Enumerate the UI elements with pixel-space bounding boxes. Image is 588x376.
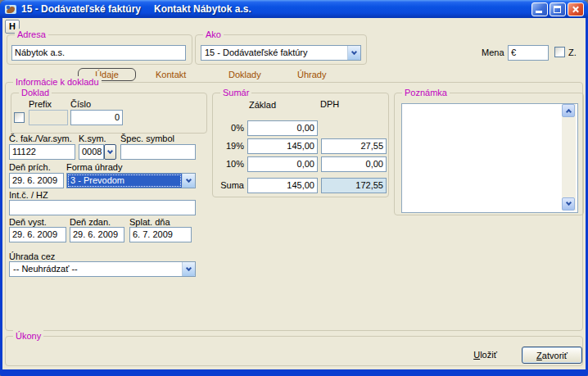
zatvorit-accel: Z [536, 351, 542, 360]
sumar-row-suma-label: Suma [213, 180, 244, 191]
cfak-input[interactable]: 11122 [9, 144, 75, 160]
den-zdan-input[interactable]: 29. 6. 2009 [70, 227, 124, 242]
den-vyst-input[interactable]: 29. 6. 2009 [9, 227, 66, 242]
ako-dropdown-button[interactable] [347, 46, 360, 60]
uhrada-cez-select[interactable]: -- Neuhrádzať -- [9, 261, 196, 277]
ako-select-value: 15 - Dodávateľské faktúry [201, 46, 347, 60]
ulozit-button[interactable]: Uložiť [463, 350, 508, 360]
chevron-down-icon [107, 147, 113, 153]
poznamka-group-label: Poznámka [402, 87, 450, 99]
uhrada-cez-dropdown-button[interactable] [182, 262, 195, 276]
chevron-down-icon [565, 200, 571, 206]
spec-symbol-label: Špec. symbol [120, 134, 174, 144]
info-group: Informácie k dokladu Doklad Prefix Číslo… [5, 82, 583, 331]
poznamka-textarea[interactable] [401, 103, 578, 213]
scroll-up-button[interactable] [562, 104, 575, 117]
uhrada-cez-value: -- Neuhrádzať -- [10, 262, 182, 276]
tab-kontakt[interactable]: Kontakt [156, 70, 186, 79]
client-area: H Adresa Nábytok a.s. Ako 15 - Dodávateľ… [2, 18, 586, 369]
mena-input[interactable]: € [508, 45, 549, 61]
ksym-label: K.sym. [79, 134, 106, 144]
ako-group: Ako 15 - Dodávateľské faktúry [195, 34, 367, 65]
close-button[interactable] [568, 2, 584, 16]
maximize-icon [554, 6, 561, 13]
sumar-row-10-label: 10% [213, 159, 244, 170]
sumar-row-0-label: 0% [213, 123, 244, 134]
ksym-input[interactable]: 0008 [79, 144, 104, 160]
forma-uhrady-label: Forma úhrady [66, 162, 122, 173]
ako-select[interactable]: 15 - Dodávateľské faktúry [201, 45, 361, 61]
close-icon [568, 3, 583, 16]
prefix-input[interactable] [29, 110, 68, 125]
app-window: 15 - Dodávateľské faktúryKontakt Nábytok… [0, 0, 588, 376]
ako-group-label: Ako [203, 29, 224, 41]
window-title-right: Kontakt Nábytok a.s. [154, 3, 251, 15]
den-prich-input[interactable]: 29. 6. 2009 [9, 173, 64, 188]
doklad-checkbox[interactable] [14, 112, 25, 123]
cislo-label: Číslo [70, 99, 91, 110]
tab-uhrady[interactable]: Úhrady [297, 70, 326, 79]
ulozit-rest: ložiť [480, 350, 497, 360]
doklad-group: Doklad Prefix Číslo 0 [11, 93, 207, 134]
chevron-down-icon [186, 265, 192, 270]
minimize-button[interactable] [531, 2, 548, 16]
forma-uhrady-dropdown-button[interactable] [182, 174, 195, 188]
window-title: 15 - Dodávateľské faktúryKontakt Nábytok… [21, 3, 251, 15]
minimize-icon [536, 11, 542, 13]
poznamka-group: Poznámka [394, 93, 584, 215]
app-icon [4, 2, 17, 16]
prefix-label: Prefix [29, 99, 52, 110]
sumar-row-19-label: 19% [213, 141, 244, 152]
mena-z-checkbox[interactable] [554, 47, 565, 57]
titlebar[interactable]: 15 - Dodávateľské faktúryKontakt Nábytok… [0, 0, 588, 18]
sumar-group: Sumár Základ DPH 0% 0,00 19% 145,00 27,5… [212, 93, 389, 197]
zatvorit-button[interactable]: Zatvoriť [522, 347, 582, 364]
window-title-left: 15 - Dodávateľské faktúry [21, 3, 141, 15]
doklad-group-label: Doklad [19, 87, 52, 99]
forma-uhrady-value: 3 - Prevodom [67, 174, 182, 188]
sumar-col-dph: DPH [320, 99, 339, 110]
intc-input[interactable] [9, 200, 196, 215]
sumar-19-dph-input[interactable]: 27,55 [321, 138, 387, 154]
spec-symbol-input[interactable] [120, 144, 196, 160]
sumar-0-zaklad-input[interactable]: 0,00 [247, 120, 318, 136]
cfak-label: Č. fak./Var.sym. [9, 134, 72, 144]
forma-uhrady-select[interactable]: 3 - Prevodom [66, 173, 196, 188]
cislo-input[interactable]: 0 [70, 110, 123, 125]
ukony-group-label: Úkony [13, 330, 43, 342]
adresa-input[interactable]: Nábytok a.s. [11, 45, 186, 61]
sumar-10-zaklad-input[interactable]: 0,00 [247, 156, 318, 172]
tab-doklady[interactable]: Doklady [228, 70, 261, 79]
ulozit-accel: U [473, 350, 480, 360]
adresa-group: Adresa Nábytok a.s. [7, 34, 192, 65]
den-prich-label: Deň prích. [9, 162, 51, 173]
sumar-19-zaklad-input[interactable]: 145,00 [247, 138, 318, 154]
ksym-dropdown-button[interactable] [104, 144, 116, 160]
scroll-down-button[interactable] [562, 197, 575, 211]
sumar-col-zaklad: Základ [249, 100, 276, 111]
chevron-down-icon [351, 48, 357, 54]
sumar-10-dph-input[interactable]: 0,00 [321, 156, 387, 172]
sumar-suma-total-input[interactable]: 172,55 [321, 178, 387, 193]
chevron-down-icon [186, 176, 192, 182]
sumar-group-label: Sumár [220, 87, 251, 99]
mena-label: Mena [482, 48, 504, 58]
adresa-group-label: Adresa [15, 29, 48, 41]
maximize-button[interactable] [550, 2, 566, 16]
zatvorit-rest: atvoriť [542, 351, 568, 360]
splat-dna-input[interactable]: 6. 7. 2009 [129, 227, 192, 242]
sumar-suma-zaklad-input[interactable]: 145,00 [247, 178, 318, 193]
mena-z-label: Z. [568, 48, 577, 58]
poznamka-scrollbar [562, 104, 576, 211]
chevron-up-icon [565, 109, 571, 115]
